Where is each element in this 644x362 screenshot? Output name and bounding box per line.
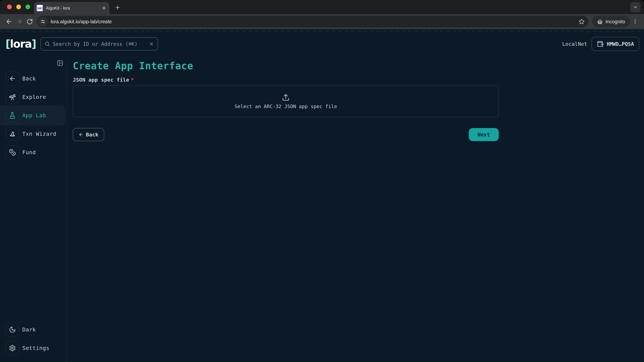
new-tab-button[interactable] <box>113 3 122 12</box>
sidebar-item-settings[interactable]: Settings <box>0 341 67 355</box>
minimize-window-button[interactable] <box>16 4 21 9</box>
lora-app-page: [lora] LocalNet HMWD…PQSA <box>0 29 644 362</box>
tab-search-button[interactable] <box>630 2 641 12</box>
close-window-button[interactable] <box>7 4 12 9</box>
sidebar: Back Explore App Lab <box>0 59 67 362</box>
telescope-icon <box>9 93 16 100</box>
reload-icon[interactable] <box>24 16 35 27</box>
tab-close-icon[interactable] <box>102 6 106 10</box>
incognito-icon <box>597 18 603 25</box>
network-label: LocalNet <box>562 41 587 47</box>
sidebar-footer: Dark Settings <box>0 323 67 355</box>
sidebar-nav: Back Explore App Lab <box>0 72 67 164</box>
page-title: Create App Interface <box>73 61 644 71</box>
url-text: lora.algokit.io/app-lab/create <box>51 19 576 24</box>
forward-nav-icon[interactable] <box>14 16 24 27</box>
dropzone-label: Select an ARC-32 JSON app spec file <box>234 104 337 109</box>
incognito-badge: Incognito <box>592 16 630 27</box>
arrow-left-icon <box>9 75 16 82</box>
sidebar-item-explore[interactable]: Explore <box>0 90 67 104</box>
arrow-left-icon <box>78 132 84 137</box>
incognito-label: Incognito <box>606 19 625 24</box>
sidebar-item-back[interactable]: Back <box>0 72 67 85</box>
search-input[interactable] <box>53 41 146 47</box>
menu-dots-icon[interactable] <box>630 16 640 27</box>
sidebar-item-app-lab[interactable]: App Lab <box>0 105 66 125</box>
field-label: JSON app spec file* <box>73 77 644 83</box>
upload-icon <box>282 93 290 101</box>
logo-bracket-left: [ <box>6 38 10 49</box>
panel-left-close-icon[interactable] <box>57 60 64 67</box>
logo-text: lora <box>10 38 32 49</box>
back-nav-icon[interactable] <box>4 16 14 27</box>
favicon: [ak] <box>36 5 43 11</box>
browser-window: [ak] AlgoKit - lora lora.algokit.io/a <box>0 0 644 362</box>
back-button[interactable]: Back <box>73 128 104 141</box>
app-header: [lora] LocalNet HMWD…PQSA <box>0 29 644 59</box>
wizard-hat-icon <box>9 130 16 137</box>
window-controls <box>7 4 30 9</box>
wallet-button[interactable]: HMWD…PQSA <box>592 37 639 51</box>
search-box[interactable] <box>40 37 158 50</box>
bookmark-star-icon[interactable] <box>578 18 585 25</box>
logo-bracket-right: ] <box>32 38 36 49</box>
tab-strip: [ak] AlgoKit - lora <box>0 0 644 14</box>
gear-icon <box>9 345 16 352</box>
main-content: Create App Interface JSON app spec file*… <box>67 59 644 362</box>
moon-icon <box>9 326 16 333</box>
tab-title: AlgoKit - lora <box>46 6 98 10</box>
sidebar-item-theme-dark[interactable]: Dark <box>0 323 67 337</box>
required-marker: * <box>131 77 134 83</box>
zoom-window-button[interactable] <box>26 4 30 9</box>
search-icon <box>44 41 50 46</box>
sidebar-item-txn-wizard[interactable]: Txn Wizard <box>0 127 67 141</box>
form-actions: Back Next <box>73 128 499 141</box>
search-clear-icon[interactable] <box>149 41 154 46</box>
lora-logo[interactable]: [lora] <box>6 38 36 49</box>
url-bar[interactable]: lora.algokit.io/app-lab/create <box>37 16 588 27</box>
wallet-icon <box>597 40 604 47</box>
coins-icon <box>9 149 16 156</box>
file-dropzone[interactable]: Select an ARC-32 JSON app spec file <box>73 85 499 117</box>
site-settings-icon[interactable] <box>38 17 48 26</box>
browser-tab[interactable]: [ak] AlgoKit - lora <box>34 2 109 14</box>
sidebar-item-fund[interactable]: Fund <box>0 145 67 159</box>
flask-icon <box>9 112 16 119</box>
wallet-address: HMWD…PQSA <box>606 41 634 47</box>
browser-toolbar: lora.algokit.io/app-lab/create Incognito <box>0 14 644 29</box>
next-button[interactable]: Next <box>469 128 499 141</box>
